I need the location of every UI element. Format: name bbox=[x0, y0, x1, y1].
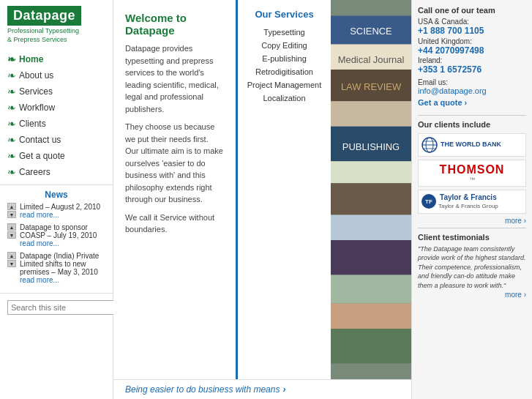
news-scroller[interactable]: ▲ ▼ bbox=[7, 252, 16, 267]
taylor-francis-logo[interactable]: TF Taylor & Francis Taylor & Francis Gro… bbox=[418, 190, 526, 214]
service-typesetting[interactable]: Typesetting bbox=[245, 26, 323, 39]
tf-icon: TF bbox=[422, 194, 436, 209]
testimonials-title: Client testimonials bbox=[418, 233, 526, 242]
news-scroller[interactable]: ▲ ▼ bbox=[7, 203, 16, 218]
nav-bullet: ❧ bbox=[7, 150, 16, 162]
svg-text:PUBLISHING: PUBLISHING bbox=[342, 141, 400, 152]
svg-rect-10 bbox=[331, 215, 411, 241]
nav-item-about[interactable]: ❧ About us bbox=[0, 67, 113, 83]
tagline-text: Being easier to do business with means bbox=[125, 384, 280, 395]
nav-bullet: ❧ bbox=[7, 166, 16, 178]
nav-item-quote[interactable]: ❧ Get a quote bbox=[0, 148, 113, 164]
scroll-down-btn[interactable]: ▼ bbox=[7, 260, 16, 267]
nav-item-contact[interactable]: ❧ Contact us bbox=[0, 132, 113, 148]
svg-text:Medical Journal: Medical Journal bbox=[338, 54, 405, 65]
nav-item-home[interactable]: ❧ Home bbox=[0, 51, 113, 67]
scroll-up-btn[interactable]: ▲ bbox=[7, 203, 16, 210]
clients-more-link[interactable]: more › bbox=[418, 217, 526, 225]
clients-title: Our clients include bbox=[418, 120, 526, 129]
arrow-icon: › bbox=[465, 98, 468, 107]
service-localization[interactable]: Localization bbox=[245, 92, 323, 105]
svg-rect-9 bbox=[331, 183, 411, 215]
welcome-paragraph-3: We call it Service without boundaries. bbox=[125, 212, 224, 236]
thomson-text: THOMSON bbox=[422, 163, 522, 176]
usa-label: USA & Canada: bbox=[418, 18, 526, 26]
read-more-link[interactable]: read more... bbox=[20, 239, 59, 247]
nav-bullet: ❧ bbox=[7, 86, 16, 97]
svg-rect-11 bbox=[331, 240, 411, 275]
svg-rect-14 bbox=[331, 329, 411, 363]
tagline-arrow[interactable]: › bbox=[282, 384, 285, 395]
thomson-sub: ™ bbox=[422, 176, 522, 183]
ireland-label: Ireland: bbox=[418, 56, 526, 64]
thomson-logo[interactable]: THOMSON ™ bbox=[418, 160, 526, 187]
testimonial-text: "The Datapage team consistently provide … bbox=[418, 245, 526, 291]
books-illustration: SCIENCE Medical Journal LAW REVIEW PUBLI… bbox=[331, 0, 411, 379]
email-link[interactable]: info@datapage.org bbox=[418, 86, 526, 95]
nav-bullet: ❧ bbox=[7, 134, 16, 146]
nav-bullet: ❧ bbox=[7, 70, 16, 81]
welcome-area: Welcome to Datapage Datapage provides ty… bbox=[113, 0, 236, 379]
service-retrodigitisation[interactable]: Retrodigitisation bbox=[245, 65, 323, 78]
welcome-paragraph-1: Datapage provides typesetting and prepre… bbox=[125, 42, 224, 115]
scroll-down-btn[interactable]: ▼ bbox=[7, 231, 16, 239]
testimonials-section: Client testimonials "The Datapage team c… bbox=[418, 228, 526, 299]
logo-area: Datapage Professional Typesetting & Prep… bbox=[0, 0, 113, 47]
nav-item-services[interactable]: ❧ Services bbox=[0, 83, 113, 100]
right-sidebar: Call one of our team USA & Canada: +1 88… bbox=[411, 0, 532, 399]
svg-rect-6 bbox=[331, 101, 411, 127]
service-copy-editing[interactable]: Copy Editing bbox=[245, 39, 323, 52]
scroll-down-btn[interactable]: ▼ bbox=[7, 211, 16, 218]
search-area bbox=[0, 293, 113, 321]
svg-text:LAW REVIEW: LAW REVIEW bbox=[341, 81, 402, 92]
nav-area: ❧ Home ❧ About us ❧ Services ❧ Workflow … bbox=[0, 47, 113, 184]
news-item: ▲ ▼ Datapage (India) Private Limited shi… bbox=[7, 252, 105, 284]
globe-icon bbox=[422, 137, 438, 153]
uk-phone[interactable]: +44 2070997498 bbox=[418, 45, 526, 57]
svg-rect-8 bbox=[331, 161, 411, 183]
service-project-management[interactable]: Project Management bbox=[245, 78, 323, 92]
scroll-up-btn[interactable]: ▲ bbox=[7, 223, 16, 231]
read-more-link[interactable]: read more... bbox=[20, 276, 59, 284]
world-bank-logo[interactable]: THE WORLD BANK bbox=[418, 133, 526, 157]
svg-rect-12 bbox=[331, 275, 411, 304]
clients-section: Our clients include THE WORLD BANK bbox=[418, 115, 526, 225]
usa-phone[interactable]: +1 888 700 1105 bbox=[418, 26, 526, 37]
nav-item-workflow[interactable]: ❧ Workflow bbox=[0, 100, 113, 116]
tf-text: Taylor & Francis Taylor & Francis Group bbox=[438, 193, 498, 210]
nav-item-careers[interactable]: ❧ Careers bbox=[0, 164, 113, 180]
welcome-paragraph-2: They choose us because we put their need… bbox=[125, 121, 224, 206]
read-more-link[interactable]: read more... bbox=[20, 211, 59, 219]
logo-tagline: Professional Typesetting & Prepress Serv… bbox=[7, 27, 105, 44]
svg-text:SCIENCE: SCIENCE bbox=[350, 26, 392, 37]
welcome-title: Welcome to Datapage bbox=[125, 12, 224, 37]
call-section: Call one of our team USA & Canada: +1 88… bbox=[418, 6, 526, 108]
services-column: Our Services Typesetting Copy Editing E-… bbox=[236, 0, 331, 379]
get-quote-button[interactable]: Get a quote › bbox=[418, 98, 467, 107]
nav-bullet: ❧ bbox=[7, 102, 16, 113]
book-image: SCIENCE Medical Journal LAW REVIEW PUBLI… bbox=[331, 0, 411, 379]
search-input[interactable] bbox=[7, 300, 116, 315]
news-item: ▲ ▼ Datapage to sponsor COASP – July 19,… bbox=[7, 223, 105, 247]
service-epublishing[interactable]: E-publishing bbox=[245, 52, 323, 65]
scroll-up-btn[interactable]: ▲ bbox=[7, 252, 16, 259]
world-bank-text: THE WORLD BANK bbox=[441, 141, 501, 149]
nav-item-clients[interactable]: ❧ Clients bbox=[0, 116, 113, 132]
services-title: Our Services bbox=[245, 9, 323, 20]
news-title: News bbox=[7, 190, 105, 200]
svg-rect-13 bbox=[331, 303, 411, 329]
testimonials-more-link[interactable]: more › bbox=[418, 291, 526, 299]
news-scroller[interactable]: ▲ ▼ bbox=[7, 223, 16, 239]
email-label: Email us: bbox=[418, 78, 526, 86]
nav-bullet: ❧ bbox=[7, 118, 16, 130]
tagline-bar: Being easier to do business with means › bbox=[113, 379, 411, 399]
uk-label: United Kingdom: bbox=[418, 37, 526, 45]
ireland-phone[interactable]: +353 1 6572576 bbox=[418, 64, 526, 76]
news-item: ▲ ▼ Limited – August 2, 2010 read more..… bbox=[7, 203, 105, 219]
logo[interactable]: Datapage bbox=[7, 6, 81, 26]
call-title: Call one of our team bbox=[418, 6, 526, 15]
nav-bullet: ❧ bbox=[7, 53, 16, 65]
news-section: News ▲ ▼ Limited – August 2, 2010 read m… bbox=[0, 184, 113, 293]
